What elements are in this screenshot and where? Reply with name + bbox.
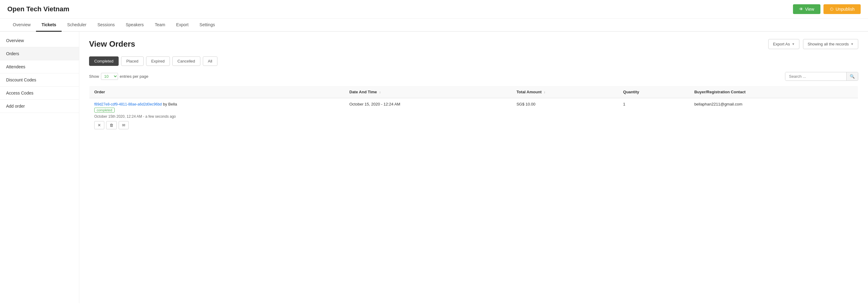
buyer-email: bellaphan2211@gmail.com [694,102,742,106]
sidebar-item-attendees[interactable]: Attendees [0,60,79,73]
content-header-actions: Export As ▼ Showing all the records ▼ [768,39,858,49]
sidebar-item-access-codes[interactable]: Access Codes [0,87,79,100]
showing-records-button[interactable]: Showing all the records ▼ [803,39,858,49]
sidebar: Overview Orders Attendees Discount Codes… [0,32,79,303]
tab-export[interactable]: Export [171,19,194,32]
view-button[interactable]: 👁 View [793,4,820,14]
show-label: Show [89,74,99,79]
show-entries-left: Show 10 25 50 100 entries per page [89,73,148,80]
cancel-icon: ✕ [98,123,101,127]
search-icon: 🔍 [850,74,855,79]
show-entries-row: Show 10 25 50 100 entries per page 🔍 [89,72,858,81]
header-actions: 👁 View ⏲ Unpublish [793,4,861,14]
email-icon: ✉ [122,123,125,127]
app-title: Open Tech Vietnam [7,5,69,13]
cancel-order-button[interactable]: ✕ [94,121,104,129]
sidebar-item-discount-codes[interactable]: Discount Codes [0,73,79,87]
trash-icon: 🗑 [110,123,114,127]
sidebar-item-add-order[interactable]: Add order [0,100,79,113]
col-total-amount[interactable]: Total Amount ↕ [512,86,618,98]
filter-completed[interactable]: Completed [89,56,119,66]
search-box: 🔍 [785,72,858,81]
order-cell: f89d27e8-cdf9-4811-88ae-a6d2d0ec96bd by … [89,98,345,133]
filter-cancelled[interactable]: Cancelled [172,56,200,66]
orders-table: Order Date And Time ↕ Total Amount ↕ Qua… [89,86,858,133]
tab-speakers[interactable]: Speakers [120,19,149,32]
col-order: Order [89,86,345,98]
table-row: f89d27e8-cdf9-4811-88ae-a6d2d0ec96bd by … [89,98,858,133]
order-actions: ✕ 🗑 ✉ [94,121,340,129]
tab-sessions[interactable]: Sessions [92,19,120,32]
tab-team[interactable]: Team [149,19,170,32]
header: Open Tech Vietnam 👁 View ⏲ Unpublish [0,0,868,19]
entries-per-page-select[interactable]: 10 25 50 100 [101,73,118,80]
delete-order-button[interactable]: 🗑 [106,121,117,129]
table-header: Order Date And Time ↕ Total Amount ↕ Qua… [89,86,858,98]
page-title: View Orders [89,39,135,49]
tab-settings[interactable]: Settings [194,19,220,32]
filter-tabs: Completed Placed Expired Cancelled All [89,56,858,66]
sidebar-item-overview[interactable]: Overview [0,34,79,47]
order-quantity: 1 [623,102,625,106]
order-date-formatted: October 15, 2020 - 12:24 AM [349,102,400,106]
main-layout: Overview Orders Attendees Discount Codes… [0,32,868,303]
completed-badge: completed [94,107,115,113]
tab-overview[interactable]: Overview [7,19,36,32]
search-input[interactable] [785,72,846,81]
sort-icon-amount: ↕ [544,91,545,94]
chevron-down-icon-2: ▼ [850,42,854,46]
filter-expired[interactable]: Expired [146,56,170,66]
search-button[interactable]: 🔍 [846,72,858,81]
col-date-time[interactable]: Date And Time ↕ [345,86,512,98]
email-order-button[interactable]: ✉ [119,121,129,129]
export-as-button[interactable]: Export As ▼ [768,39,799,49]
order-link[interactable]: f89d27e8-cdf9-4811-88ae-a6d2d0ec96bd [94,102,162,106]
amount-cell: SG$ 10.00 [512,98,618,133]
unpublish-button[interactable]: ⏲ Unpublish [824,4,861,14]
quantity-cell: 1 [618,98,689,133]
eye-icon: 👁 [799,7,803,11]
buyer-cell: bellaphan2211@gmail.com [689,98,858,133]
sort-icon-date: ↕ [379,91,381,94]
filter-placed[interactable]: Placed [121,56,144,66]
tab-tickets[interactable]: Tickets [36,19,62,32]
col-quantity: Quantity [618,86,689,98]
order-by-text: by Bella [163,102,177,106]
tab-scheduler[interactable]: Scheduler [62,19,92,32]
table-body: f89d27e8-cdf9-4811-88ae-a6d2d0ec96bd by … [89,98,858,133]
date-cell: October 15, 2020 - 12:24 AM [345,98,512,133]
content-header: View Orders Export As ▼ Showing all the … [89,39,858,49]
nav-tabs: Overview Tickets Scheduler Sessions Spea… [0,19,868,32]
order-date: October 15th 2020, 12:24 AM - a few seco… [94,114,340,119]
order-total-amount: SG$ 10.00 [516,102,535,106]
clock-icon: ⏲ [830,7,834,11]
sidebar-item-orders[interactable]: Orders [0,47,79,60]
chevron-down-icon: ▼ [792,42,795,46]
filter-all[interactable]: All [203,56,217,66]
entries-per-page-label: entries per page [120,74,149,79]
content-area: View Orders Export As ▼ Showing all the … [79,32,868,303]
col-buyer: Buyer/Registration Contact [689,86,858,98]
